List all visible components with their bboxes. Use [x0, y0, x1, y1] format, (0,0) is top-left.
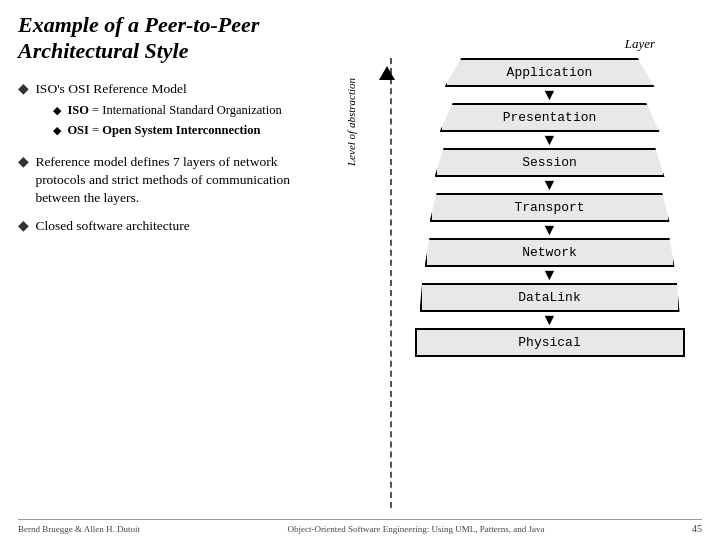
footer-page: 45 — [692, 523, 702, 534]
diagram-area: Layer Level of abstraction Application ▼… — [340, 36, 705, 526]
arrow-down-3: ▼ — [412, 177, 687, 193]
osi-bold: OSI — [67, 123, 89, 137]
sub-text-osi: OSI = Open System Interconnection — [67, 122, 295, 138]
footer: Bernd Bruegge & Allen H. Dutoit Object-O… — [18, 519, 702, 534]
layer-pres-wrapper: Presentation — [412, 103, 687, 132]
bullet-text-2: Reference model defines 7 layers of netw… — [35, 153, 295, 208]
title-line2: Architectural Style — [18, 38, 318, 64]
sub-bullet-sym-osi: ◆ — [53, 123, 67, 138]
layer-net-wrapper: Network — [412, 238, 687, 267]
arrow-down-6: ▼ — [412, 312, 687, 328]
iso-bold: ISO — [67, 103, 89, 117]
bullet-3: ◆ Closed software architecture — [18, 217, 318, 236]
layer-transport: Transport — [430, 193, 670, 222]
bullet-1: ◆ ISO's OSI Reference Model ◆ ISO = Inte… — [18, 80, 318, 143]
iso-osi-label: ISO's OSI Reference Model — [35, 81, 186, 96]
left-content: ◆ ISO's OSI Reference Model ◆ ISO = Inte… — [18, 80, 318, 246]
layer-network: Network — [425, 238, 675, 267]
arrow-down-4: ▼ — [412, 222, 687, 238]
footer-left: Bernd Bruegge & Allen H. Dutoit — [18, 524, 140, 534]
bullet-text-3: Closed software architecture — [35, 217, 295, 235]
bullet-text-1: ISO's OSI Reference Model ◆ ISO = Intern… — [35, 80, 295, 143]
layer-sess-wrapper: Session — [412, 148, 687, 177]
arrow-down-2: ▼ — [412, 132, 687, 148]
bullet-sym-3: ◆ — [18, 217, 32, 236]
dashed-line — [390, 58, 392, 508]
sub-bullets-1: ◆ ISO = International Standard Organizat… — [53, 102, 295, 139]
layer-datalink: DataLink — [420, 283, 680, 312]
arrow-up-icon — [379, 66, 395, 80]
abstraction-label: Level of abstraction — [345, 0, 357, 166]
layers-container: Application ▼ Presentation ▼ Session ▼ T… — [412, 58, 687, 357]
footer-center: Object-Oriented Software Engineering: Us… — [287, 524, 544, 534]
bullet-2: ◆ Reference model defines 7 layers of ne… — [18, 153, 318, 208]
arrow-down-1: ▼ — [412, 87, 687, 103]
layer-data-wrapper: DataLink — [412, 283, 687, 312]
layer-application: Application — [445, 58, 655, 87]
layer-app-wrapper: Application — [412, 58, 687, 87]
sub-item-osi: ◆ OSI = Open System Interconnection — [53, 122, 295, 138]
bullet-sym-2: ◆ — [18, 153, 32, 172]
sub-item-iso: ◆ ISO = International Standard Organizat… — [53, 102, 295, 118]
layer-physical: Physical — [415, 328, 685, 357]
sub-bullet-sym: ◆ — [53, 103, 67, 118]
layer-phys-wrapper: Physical — [412, 328, 687, 357]
layer-label: Layer — [625, 36, 655, 52]
layer-session: Session — [435, 148, 665, 177]
open-bold: Open System Interconnection — [102, 123, 260, 137]
layer-trans-wrapper: Transport — [412, 193, 687, 222]
title-line1: Example of a Peer-to-Peer — [18, 12, 318, 38]
title-block: Example of a Peer-to-Peer Architectural … — [18, 12, 318, 65]
arrow-down-5: ▼ — [412, 267, 687, 283]
bullet-sym-1: ◆ — [18, 80, 32, 99]
layer-presentation: Presentation — [440, 103, 660, 132]
sub-text-iso: ISO = International Standard Organizatio… — [67, 102, 295, 118]
